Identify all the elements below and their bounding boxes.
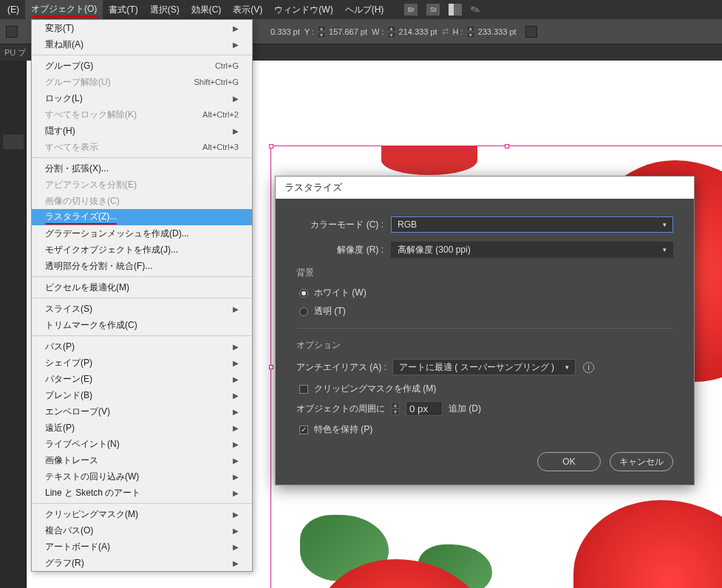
menu-item[interactable]: グラデーションメッシュを作成(D)... [32,225,252,242]
submenu-arrow-icon: ▶ [233,510,239,519]
menu-window[interactable]: ウィンドウ(W) [268,0,338,19]
menu-object[interactable]: オブジェクト(O) [25,0,103,19]
selection-handle[interactable] [269,144,273,148]
menu-item-label: すべてをロック解除(K) [45,109,137,121]
menu-shortcut: Shift+Ctrl+G [194,78,239,86]
bridge-icon[interactable]: Br [404,4,418,16]
menu-item[interactable]: テキストの回り込み(W)▶ [32,468,252,485]
menu-item[interactable]: パターン(E)▶ [32,371,252,387]
selection-handle[interactable] [269,365,273,369]
background-section-label: 背景 [296,267,673,279]
menu-item[interactable]: ロック(L)▶ [32,90,252,106]
brush-icon[interactable]: ✎ [469,1,483,18]
menu-item[interactable]: ピクセルを最適化(M) [32,279,252,295]
submenu-arrow-icon: ▶ [233,127,239,135]
h-field[interactable]: H : ▲▼ 233.333 pt [453,25,517,38]
padding-spinner[interactable]: ▲▼ [391,402,400,415]
w-field[interactable]: W : ▲▼ 214.333 pt [372,25,437,38]
submenu-arrow-icon: ▶ [233,305,239,313]
bg-transparent-radio[interactable]: 透明 (T) [296,305,673,318]
menu-item-label: 分割・拡張(X)... [45,163,109,175]
menu-item[interactable]: 透明部分を分割・統合(F)... [32,258,252,274]
menu-item-label: パターン(E) [45,373,92,386]
menu-item[interactable]: ラスタライズ(Z)... [32,209,252,225]
menu-item[interactable]: Line と Sketch のアート▶ [32,485,252,501]
menu-help[interactable]: ヘルプ(H) [339,0,390,19]
link-icon[interactable]: ⇄ [442,27,449,36]
arrange-icon[interactable] [449,4,462,16]
menu-item-label: シェイプ(P) [45,357,92,369]
menu-shortcut: Alt+Ctrl+3 [202,143,239,151]
menu-item[interactable]: 複合パス(O)▶ [32,522,252,539]
menu-item[interactable]: スライス(S)▶ [32,301,252,317]
object-menu-dropdown: 変形(T)▶重ね順(A)▶グループ(G)Ctrl+Gグループ解除(U)Shift… [31,19,253,572]
menu-item[interactable]: エンベロープ(V)▶ [32,403,252,420]
menu-item[interactable]: 分割・拡張(X)... [32,160,252,177]
menu-item-label: グラフ(R) [45,557,84,570]
menu-item-label: 画像の切り抜き(C) [45,195,120,208]
y-spinner[interactable]: ▲▼ [317,25,326,38]
menu-separator [32,503,252,504]
menu-item-label: テキストの回り込み(W) [45,471,139,483]
preserve-spot-checkbox[interactable]: 特色を保持 (P) [296,423,673,436]
clip-mask-checkbox[interactable]: クリッピングマスクを作成 (M) [296,383,673,395]
submenu-arrow-icon: ▶ [233,359,239,367]
menu-item[interactable]: パス(P)▶ [32,338,252,355]
menu-item[interactable]: 遠近(P)▶ [32,420,252,436]
menu-item[interactable]: 画像トレース▶ [32,452,252,468]
menu-item[interactable]: 隠す(H)▶ [32,123,252,139]
rasterize-dialog: ラスタライズ カラーモード (C) : RGB▾ 解像度 (R) : 高解像度 … [275,176,695,485]
menu-item-label: 重ね順(A) [45,38,84,51]
menu-item[interactable]: クリッピングマスク(M)▶ [32,506,252,522]
menu-item-label: 複合パス(O) [45,524,93,537]
menu-type[interactable]: 書式(T) [103,0,143,19]
selection-handle[interactable] [505,144,509,148]
stock-icon[interactable]: St [426,4,440,16]
menu-item[interactable]: シェイプ(P)▶ [32,355,252,371]
menu-item: すべてをロック解除(K)Alt+Ctrl+2 [32,106,252,123]
menu-item[interactable]: グループ(G)Ctrl+G [32,58,252,74]
panel-tab[interactable] [3,134,24,149]
w-spinner[interactable]: ▲▼ [387,25,396,38]
menu-item[interactable]: トリムマークを作成(C) [32,317,252,333]
ok-button[interactable]: OK [537,452,601,471]
x-field[interactable]: 0.333 pt [270,27,300,36]
ref-point-icon[interactable] [6,26,18,38]
menu-item[interactable]: 変形(T)▶ [32,20,252,36]
bg-white-radio[interactable]: ホワイト (W) [296,287,673,299]
antialias-select[interactable]: アートに最適 ( スーパーサンプリング )▾ [392,359,576,375]
y-field[interactable]: Y : ▲▼ 157.667 pt [304,25,367,38]
panel-dock [0,61,27,588]
checkbox-icon [299,425,308,434]
menu-item-label: ブレンド(B) [45,389,92,402]
menu-select[interactable]: 選択(S) [144,0,185,19]
transform-icon[interactable] [525,26,537,38]
menu-item: 画像の切り抜き(C) [32,193,252,209]
checkbox-icon [299,385,308,394]
cancel-button[interactable]: キャンセル [610,452,673,471]
padding-input[interactable] [406,401,443,416]
padding-label-after: 追加 (D) [449,403,481,415]
menu-view[interactable]: 表示(V) [227,0,268,19]
menu-item[interactable]: アートボード(A)▶ [32,539,252,555]
h-spinner[interactable]: ▲▼ [466,25,475,38]
menu-edit[interactable]: (E) [1,0,25,19]
menu-item: すべてを表示Alt+Ctrl+3 [32,139,252,155]
color-mode-select[interactable]: RGB▾ [391,216,673,233]
info-icon[interactable]: i [583,362,594,373]
menu-item[interactable]: モザイクオブジェクトを作成(J)... [32,242,252,258]
resolution-select[interactable]: 高解像度 (300 ppi)▾ [391,242,673,258]
menu-item[interactable]: グラフ(R)▶ [32,555,252,571]
menu-item[interactable]: ライブペイント(N)▶ [32,436,252,452]
submenu-arrow-icon: ▶ [233,424,239,432]
menu-item-label: 隠す(H) [45,125,75,137]
menu-item[interactable]: ブレンド(B)▶ [32,387,252,403]
menu-item[interactable]: 重ね順(A)▶ [32,36,252,52]
menu-effect[interactable]: 効果(C) [185,0,228,19]
submenu-arrow-icon: ▶ [233,543,239,551]
menu-item-label: ピクセルを最適化(M) [45,281,129,294]
padding-label-before: オブジェクトの周囲に [296,403,385,415]
submenu-arrow-icon: ▶ [233,375,239,383]
options-section-label: オプション [296,339,673,352]
submenu-arrow-icon: ▶ [233,343,239,351]
